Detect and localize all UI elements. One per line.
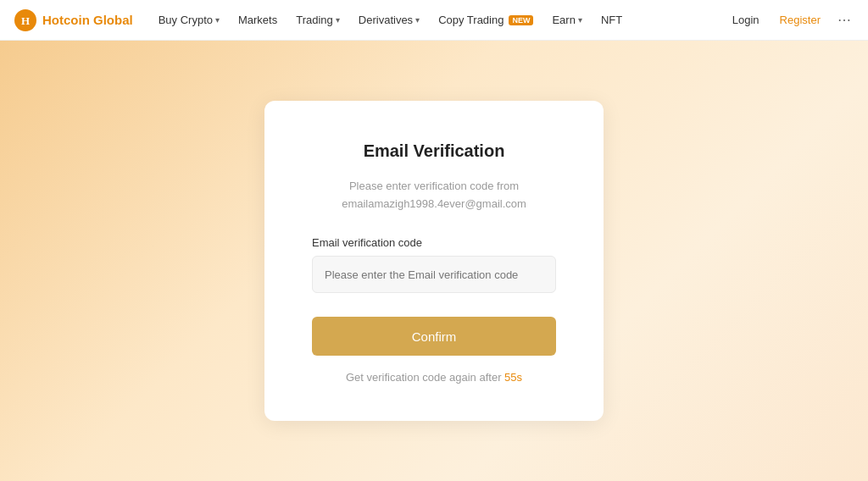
logo-text: Hotcoin Global <box>42 13 133 27</box>
card-title: Email Verification <box>312 141 556 161</box>
nav-nft[interactable]: NFT <box>593 8 631 31</box>
svg-text:H: H <box>21 14 30 27</box>
new-badge: NEW <box>509 15 533 25</box>
nav-derivatives[interactable]: Derivatives ▾ <box>350 8 428 31</box>
nav-auth: Login Register ⋯ <box>726 8 854 31</box>
nav-earn[interactable]: Earn ▾ <box>543 8 590 31</box>
nav-items: Buy Crypto ▾ Markets Trading ▾ Derivativ… <box>150 8 722 31</box>
verification-card: Email Verification Please enter verifica… <box>264 101 604 422</box>
logo[interactable]: H Hotcoin Global <box>14 8 133 32</box>
confirm-button[interactable]: Confirm <box>312 317 556 356</box>
email-verification-input[interactable] <box>312 256 556 293</box>
resend-text: Get verification code again after 55s <box>312 371 556 384</box>
chevron-down-icon: ▾ <box>336 15 340 25</box>
chevron-down-icon: ▾ <box>578 15 582 25</box>
resend-timer: 55s <box>504 371 522 384</box>
register-button[interactable]: Register <box>773 10 827 30</box>
chevron-down-icon: ▾ <box>415 15 420 25</box>
main-content: Email Verification Please enter verifica… <box>0 41 868 481</box>
card-subtitle: Please enter verification code from emai… <box>312 178 556 213</box>
more-icon[interactable]: ⋯ <box>834 8 854 31</box>
nav-markets[interactable]: Markets <box>230 8 286 31</box>
navbar: H Hotcoin Global Buy Crypto ▾ Markets Tr… <box>0 0 868 41</box>
field-label: Email verification code <box>312 236 556 249</box>
login-button[interactable]: Login <box>726 10 766 30</box>
nav-buy-crypto[interactable]: Buy Crypto ▾ <box>150 8 228 31</box>
logo-icon: H <box>14 8 37 32</box>
chevron-down-icon: ▾ <box>215 15 220 25</box>
nav-copy-trading[interactable]: Copy Trading NEW <box>430 8 542 31</box>
nav-trading[interactable]: Trading ▾ <box>287 8 348 31</box>
